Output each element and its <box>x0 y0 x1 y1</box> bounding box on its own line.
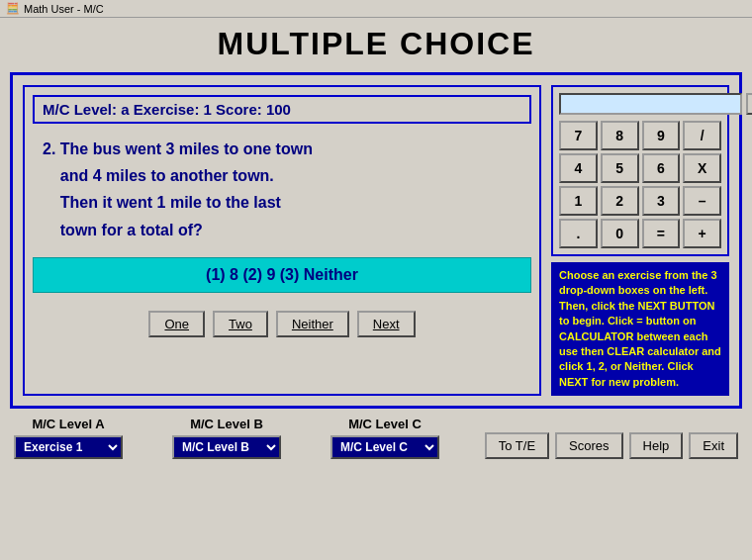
outer-box: M/C Level: a Exercise: 1 Score: 100 2. T… <box>10 72 742 409</box>
button-row: One Two Neither Next <box>33 311 531 337</box>
question-line-3: Then it went 1 mile to the last <box>60 194 281 211</box>
calc-btn-div[interactable]: / <box>683 121 721 150</box>
dropdown-select-c[interactable]: M/C Level C <box>330 435 439 459</box>
help-button[interactable]: Help <box>629 432 684 459</box>
question-text: 2. The bus went 3 miles to one town and … <box>33 136 531 243</box>
calc-display-row: clear <box>559 93 721 115</box>
calc-btn-eq[interactable]: = <box>642 219 681 248</box>
question-line-2: and 4 miles to another town. <box>60 167 274 184</box>
exit-button[interactable]: Exit <box>689 432 738 459</box>
calc-btn-4[interactable]: 4 <box>559 153 598 183</box>
calc-btn-1[interactable]: 1 <box>559 186 598 216</box>
calc-btn-mul[interactable]: X <box>683 153 721 183</box>
dropdown-select-b[interactable]: M/C Level B <box>172 435 281 459</box>
calc-btn-2[interactable]: 2 <box>601 186 639 216</box>
calc-clear-button[interactable]: clear <box>746 93 752 115</box>
calc-btn-7[interactable]: 7 <box>559 121 598 150</box>
dropdown-group-b: M/C Level B M/C Level B <box>172 417 281 459</box>
calc-btn-5[interactable]: 5 <box>601 153 639 183</box>
calc-btn-dot[interactable]: . <box>559 219 598 248</box>
scores-button[interactable]: Scores <box>555 432 622 459</box>
dropdown-label-c: M/C Level C <box>348 417 422 431</box>
calc-btn-8[interactable]: 8 <box>601 121 639 150</box>
title-bar: 🧮 Math User - M/C <box>0 0 752 18</box>
window-icon: 🧮 <box>6 2 20 15</box>
info-box: Choose an exercise from the 3 drop-down … <box>551 262 729 396</box>
question-number: 2. <box>43 140 55 157</box>
calc-btn-6[interactable]: 6 <box>642 153 681 183</box>
question-line-4: town for a total of? <box>60 222 203 238</box>
calc-btn-3[interactable]: 3 <box>642 186 681 216</box>
answer-row: (1) 8 (2) 9 (3) Neither <box>33 257 531 293</box>
dropdown-group-a: M/C Level A Exercise 1 Exercise 2 Exerci… <box>14 417 123 459</box>
two-button[interactable]: Two <box>213 311 268 337</box>
one-button[interactable]: One <box>148 311 205 337</box>
level-bar: M/C Level: a Exercise: 1 Score: 100 <box>33 95 531 124</box>
calc-grid: 7 8 9 / 4 5 6 X 1 2 3 – . 0 = + <box>559 121 721 248</box>
window-title: Math User - M/C <box>24 3 104 15</box>
calc-btn-add[interactable]: + <box>683 219 721 248</box>
neither-button[interactable]: Neither <box>276 311 349 337</box>
calc-btn-0[interactable]: 0 <box>601 219 639 248</box>
calc-btn-sub[interactable]: – <box>683 186 721 216</box>
question-line-1: The bus went 3 miles to one town <box>60 140 313 157</box>
dropdown-label-a: M/C Level A <box>32 417 104 431</box>
calc-btn-9[interactable]: 9 <box>642 121 681 150</box>
dropdown-group-c: M/C Level C M/C Level C <box>330 417 439 459</box>
page-title: MULTIPLE CHOICE <box>0 18 752 72</box>
left-panel: M/C Level: a Exercise: 1 Score: 100 2. T… <box>23 85 541 396</box>
right-panel: clear 7 8 9 / 4 5 6 X 1 2 3 – . 0 = + Ch… <box>551 85 729 396</box>
calc-display[interactable] <box>559 93 742 115</box>
dropdown-select-a[interactable]: Exercise 1 Exercise 2 Exercise 3 <box>14 435 123 459</box>
next-button[interactable]: Next <box>357 311 416 337</box>
dropdown-label-b: M/C Level B <box>190 417 263 431</box>
calculator: clear 7 8 9 / 4 5 6 X 1 2 3 – . 0 = + <box>551 85 729 256</box>
to-te-button[interactable]: To T/E <box>485 432 549 459</box>
